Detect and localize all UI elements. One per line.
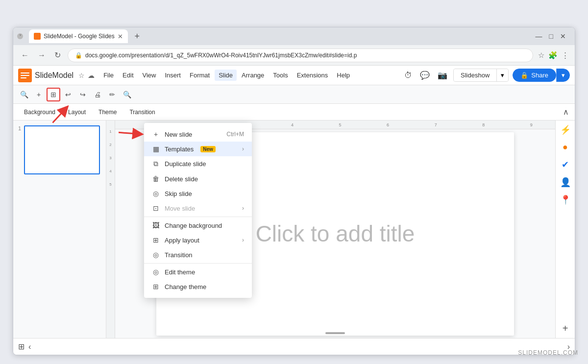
menu-section-1: + New slide Ctrl+M ▦ Templates New › ⧉ D…: [144, 126, 252, 217]
menu-view[interactable]: View: [139, 70, 160, 81]
slide-title-placeholder[interactable]: Click to add title: [256, 220, 415, 247]
menu-item-apply-layout[interactable]: ⊞ Apply layout ›: [144, 233, 252, 247]
apply-layout-icon: ⊞: [152, 236, 160, 244]
templates-arrow: ›: [242, 146, 244, 152]
extensions-icon[interactable]: 🧩: [548, 51, 558, 60]
menu-item-duplicate-slide[interactable]: ⧉ Duplicate slide: [144, 156, 252, 171]
skip-label: Skip slide: [165, 190, 192, 197]
slide-list: 1: [18, 125, 101, 174]
transition-button[interactable]: Transition: [124, 107, 160, 117]
svg-rect-3: [21, 77, 26, 78]
ruler-mark-9: 9: [508, 122, 556, 127]
theme-button[interactable]: Theme: [94, 107, 122, 117]
add-sidebar-button[interactable]: +: [563, 323, 568, 334]
maximize-button[interactable]: □: [549, 32, 553, 40]
close-button[interactable]: ✕: [560, 32, 566, 40]
browser-chevron-icon[interactable]: ˅: [17, 33, 23, 39]
star-icon[interactable]: ☆: [78, 72, 85, 79]
zoom-button[interactable]: 🔍: [120, 88, 134, 101]
layout-button[interactable]: Layout: [63, 107, 91, 117]
address-input[interactable]: 🔒 docs.google.com/presentation/d/1_qZ_5w…: [68, 49, 533, 62]
ruler-mark-5: 5: [316, 122, 364, 127]
more-icon[interactable]: ⋮: [562, 51, 569, 60]
history-icon[interactable]: ⏱: [402, 69, 414, 82]
slideshow-dropdown-button[interactable]: ▾: [496, 69, 508, 81]
zoom-icon[interactable]: 🔍: [17, 88, 31, 101]
templates-label: Templates: [165, 146, 194, 153]
vertical-ruler: 1 2 3 4 5: [106, 121, 115, 338]
reload-button[interactable]: ↻: [52, 49, 63, 62]
slide-thumbnail[interactable]: [24, 125, 100, 174]
undo-button[interactable]: ↩: [61, 88, 75, 101]
secondary-toolbar: Background Layout Theme Transition ∧: [13, 104, 575, 121]
browser-window: ˅ SlideModel - Google Slides ✕ + — □ ✕ ←…: [13, 27, 575, 355]
back-button[interactable]: ←: [19, 49, 31, 62]
paint-format-button[interactable]: ✏: [105, 88, 119, 101]
menu-item-change-theme[interactable]: ⊞ Change theme: [144, 279, 252, 294]
browser-tab[interactable]: SlideModel - Google Slides ✕: [29, 29, 128, 43]
minimize-button[interactable]: —: [536, 32, 542, 40]
menu-item-templates[interactable]: ▦ Templates New ›: [144, 142, 252, 156]
menu-item-edit-theme[interactable]: ◎ Edit theme: [144, 265, 252, 279]
menu-arrange[interactable]: Arrange: [238, 70, 268, 81]
cloud-icon: ☁: [88, 72, 95, 79]
menu-edit[interactable]: Edit: [119, 70, 137, 81]
edit-theme-label: Edit theme: [165, 268, 195, 276]
menu-help[interactable]: Help: [333, 70, 354, 81]
address-bar: ← → ↻ 🔒 docs.google.com/presentation/d/1…: [13, 45, 575, 66]
bookmark-icon[interactable]: ☆: [538, 51, 544, 60]
redo-button[interactable]: ↪: [76, 88, 90, 101]
menu-format[interactable]: Format: [186, 70, 214, 81]
tab-bar: ˅ SlideModel - Google Slides ✕ + — □ ✕: [13, 27, 575, 45]
print-button[interactable]: 🖨: [91, 88, 104, 101]
share-button[interactable]: 🔒 Share: [513, 69, 556, 82]
menu-section-2: 🖼 Change background ⊞ Apply layout › ◎ T…: [144, 217, 252, 263]
main-area: 1 1 2 3 4 5 1: [13, 121, 575, 338]
sidebar-icon-3[interactable]: ✔: [562, 159, 569, 170]
sidebar-icon-1[interactable]: ⚡: [560, 124, 571, 135]
menu-item-change-bg[interactable]: 🖼 Change background: [144, 218, 252, 233]
menu-item-skip-slide[interactable]: ◎ Skip slide: [144, 186, 252, 201]
tab-title: SlideModel - Google Slides: [44, 33, 115, 40]
comments-icon[interactable]: 💬: [418, 69, 432, 82]
grid-icon[interactable]: ⊞: [18, 342, 24, 351]
window-controls: — □ ✕: [536, 32, 571, 40]
menu-tools[interactable]: Tools: [269, 70, 292, 81]
camera-icon[interactable]: 📷: [436, 69, 449, 82]
new-badge: New: [200, 146, 216, 152]
move-arrow: ›: [242, 205, 244, 212]
new-slide-shortcut: Ctrl+M: [226, 131, 244, 138]
toolbar: 🔍 + ⊞ ↩ ↪ 🖨 ✏ 🔍: [13, 85, 575, 104]
sidebar-icon-2[interactable]: ●: [563, 142, 568, 152]
new-tab-button[interactable]: +: [131, 30, 144, 43]
menu-slide[interactable]: Slide: [215, 70, 237, 81]
menu-file[interactable]: File: [99, 70, 118, 81]
apply-layout-arrow: ›: [242, 237, 244, 243]
move-icon: ⊡: [152, 204, 160, 212]
share-dropdown-button[interactable]: ▾: [556, 69, 570, 82]
header-right: ⏱ 💬 📷 Slideshow ▾ 🔒 Share ▾: [402, 69, 570, 82]
menu-insert[interactable]: Insert: [161, 70, 185, 81]
sidebar-icon-4[interactable]: 👤: [560, 177, 571, 188]
prev-slide-button[interactable]: ‹: [28, 342, 31, 351]
layout-icon[interactable]: ⊞: [47, 88, 60, 101]
tab-favicon: [34, 33, 41, 40]
new-slide-icon: +: [152, 130, 160, 138]
move-label: Move slide: [165, 205, 195, 212]
menu-extensions[interactable]: Extensions: [293, 70, 332, 81]
menu-item-new-slide[interactable]: + New slide Ctrl+M: [144, 127, 252, 142]
right-sidebar: ⚡ ● ✔ 👤 📍 +: [555, 121, 575, 338]
app-title: SlideModel: [35, 71, 74, 80]
menu-item-transition[interactable]: ◎ Transition: [144, 247, 252, 262]
background-button[interactable]: Background: [19, 107, 60, 117]
scroll-indicator: [325, 332, 345, 334]
menu-section-3: ◎ Edit theme ⊞ Change theme: [144, 263, 252, 295]
collapse-button[interactable]: ∧: [563, 107, 569, 117]
sidebar-icon-5[interactable]: 📍: [560, 194, 571, 205]
tab-close-button[interactable]: ✕: [118, 33, 123, 40]
ruler-mark-6: 6: [364, 122, 412, 127]
menu-item-delete-slide[interactable]: 🗑 Delete slide: [144, 171, 252, 186]
add-button[interactable]: +: [32, 88, 46, 101]
slideshow-button[interactable]: Slideshow: [454, 69, 496, 81]
forward-button[interactable]: →: [36, 49, 48, 62]
